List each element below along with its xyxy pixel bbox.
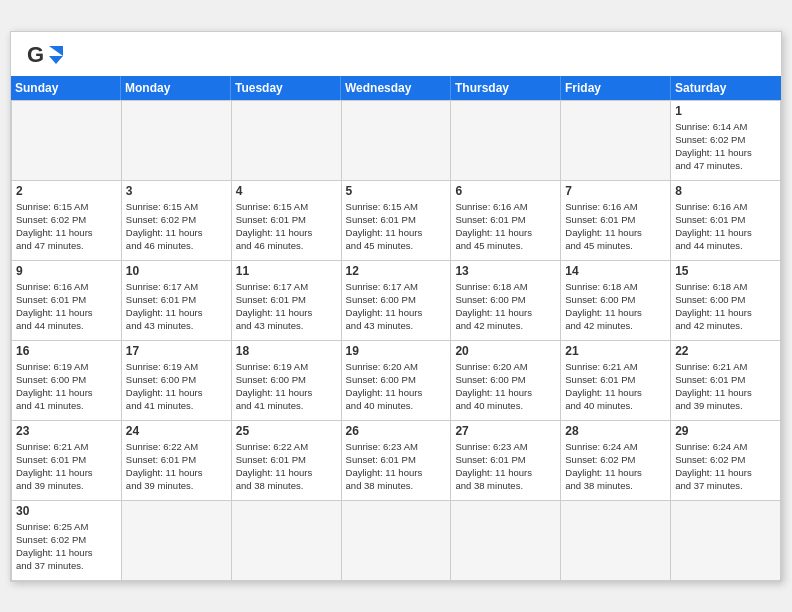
day-number: 27 [455,424,556,438]
empty-cell [12,101,122,181]
day-cell-25: 25Sunrise: 6:22 AM Sunset: 6:01 PM Dayli… [232,421,342,501]
empty-cell [342,101,452,181]
day-number: 3 [126,184,227,198]
day-number: 9 [16,264,117,278]
day-number: 8 [675,184,776,198]
day-cell-21: 21Sunrise: 6:21 AM Sunset: 6:01 PM Dayli… [561,341,671,421]
day-cell-11: 11Sunrise: 6:17 AM Sunset: 6:01 PM Dayli… [232,261,342,341]
day-header-monday: Monday [121,76,231,100]
cell-info: Sunrise: 6:14 AM Sunset: 6:02 PM Dayligh… [675,120,776,173]
day-cell-5: 5Sunrise: 6:15 AM Sunset: 6:01 PM Daylig… [342,181,452,261]
day-number: 1 [675,104,776,118]
day-number: 11 [236,264,337,278]
cell-info: Sunrise: 6:23 AM Sunset: 6:01 PM Dayligh… [455,440,556,493]
empty-cell [122,501,232,581]
cell-info: Sunrise: 6:22 AM Sunset: 6:01 PM Dayligh… [126,440,227,493]
day-cell-19: 19Sunrise: 6:20 AM Sunset: 6:00 PM Dayli… [342,341,452,421]
cell-info: Sunrise: 6:23 AM Sunset: 6:01 PM Dayligh… [346,440,447,493]
day-number: 14 [565,264,666,278]
day-cell-18: 18Sunrise: 6:19 AM Sunset: 6:00 PM Dayli… [232,341,342,421]
svg-marker-1 [49,46,63,56]
cell-info: Sunrise: 6:20 AM Sunset: 6:00 PM Dayligh… [455,360,556,413]
cell-info: Sunrise: 6:19 AM Sunset: 6:00 PM Dayligh… [16,360,117,413]
day-header-friday: Friday [561,76,671,100]
cell-info: Sunrise: 6:18 AM Sunset: 6:00 PM Dayligh… [565,280,666,333]
logo-icon: G [27,42,63,70]
day-number: 26 [346,424,447,438]
cell-info: Sunrise: 6:15 AM Sunset: 6:02 PM Dayligh… [16,200,117,253]
day-cell-6: 6Sunrise: 6:16 AM Sunset: 6:01 PM Daylig… [451,181,561,261]
day-number: 25 [236,424,337,438]
cell-info: Sunrise: 6:22 AM Sunset: 6:01 PM Dayligh… [236,440,337,493]
day-cell-13: 13Sunrise: 6:18 AM Sunset: 6:00 PM Dayli… [451,261,561,341]
calendar-container: G SundayMondayTuesdayWednesdayThursdayFr… [10,31,782,582]
cell-info: Sunrise: 6:18 AM Sunset: 6:00 PM Dayligh… [675,280,776,333]
day-header-saturday: Saturday [671,76,781,100]
empty-cell [232,501,342,581]
day-header-sunday: Sunday [11,76,121,100]
day-cell-8: 8Sunrise: 6:16 AM Sunset: 6:01 PM Daylig… [671,181,781,261]
day-number: 7 [565,184,666,198]
empty-cell [561,101,671,181]
calendar-header: G [11,32,781,76]
day-number: 12 [346,264,447,278]
logo: G [27,42,69,70]
day-number: 21 [565,344,666,358]
calendar-grid: 1Sunrise: 6:14 AM Sunset: 6:02 PM Daylig… [11,100,781,581]
empty-cell [122,101,232,181]
day-cell-14: 14Sunrise: 6:18 AM Sunset: 6:00 PM Dayli… [561,261,671,341]
empty-cell [342,501,452,581]
day-number: 28 [565,424,666,438]
cell-info: Sunrise: 6:15 AM Sunset: 6:01 PM Dayligh… [236,200,337,253]
day-cell-29: 29Sunrise: 6:24 AM Sunset: 6:02 PM Dayli… [671,421,781,501]
day-number: 16 [16,344,117,358]
cell-info: Sunrise: 6:24 AM Sunset: 6:02 PM Dayligh… [675,440,776,493]
day-cell-15: 15Sunrise: 6:18 AM Sunset: 6:00 PM Dayli… [671,261,781,341]
empty-cell [451,501,561,581]
day-headers: SundayMondayTuesdayWednesdayThursdayFrid… [11,76,781,100]
day-cell-28: 28Sunrise: 6:24 AM Sunset: 6:02 PM Dayli… [561,421,671,501]
day-cell-12: 12Sunrise: 6:17 AM Sunset: 6:00 PM Dayli… [342,261,452,341]
day-number: 24 [126,424,227,438]
cell-info: Sunrise: 6:16 AM Sunset: 6:01 PM Dayligh… [675,200,776,253]
empty-cell [561,501,671,581]
day-cell-20: 20Sunrise: 6:20 AM Sunset: 6:00 PM Dayli… [451,341,561,421]
cell-info: Sunrise: 6:24 AM Sunset: 6:02 PM Dayligh… [565,440,666,493]
day-cell-17: 17Sunrise: 6:19 AM Sunset: 6:00 PM Dayli… [122,341,232,421]
day-number: 17 [126,344,227,358]
day-cell-24: 24Sunrise: 6:22 AM Sunset: 6:01 PM Dayli… [122,421,232,501]
day-cell-1: 1Sunrise: 6:14 AM Sunset: 6:02 PM Daylig… [671,101,781,181]
empty-cell [232,101,342,181]
cell-info: Sunrise: 6:17 AM Sunset: 6:00 PM Dayligh… [346,280,447,333]
cell-info: Sunrise: 6:17 AM Sunset: 6:01 PM Dayligh… [236,280,337,333]
day-number: 2 [16,184,117,198]
day-cell-7: 7Sunrise: 6:16 AM Sunset: 6:01 PM Daylig… [561,181,671,261]
cell-info: Sunrise: 6:15 AM Sunset: 6:02 PM Dayligh… [126,200,227,253]
day-cell-3: 3Sunrise: 6:15 AM Sunset: 6:02 PM Daylig… [122,181,232,261]
day-number: 20 [455,344,556,358]
day-number: 29 [675,424,776,438]
cell-info: Sunrise: 6:21 AM Sunset: 6:01 PM Dayligh… [16,440,117,493]
day-number: 18 [236,344,337,358]
empty-cell [451,101,561,181]
day-number: 15 [675,264,776,278]
day-cell-22: 22Sunrise: 6:21 AM Sunset: 6:01 PM Dayli… [671,341,781,421]
day-header-thursday: Thursday [451,76,561,100]
day-number: 30 [16,504,117,518]
cell-info: Sunrise: 6:15 AM Sunset: 6:01 PM Dayligh… [346,200,447,253]
cell-info: Sunrise: 6:21 AM Sunset: 6:01 PM Dayligh… [675,360,776,413]
day-cell-16: 16Sunrise: 6:19 AM Sunset: 6:00 PM Dayli… [12,341,122,421]
day-number: 22 [675,344,776,358]
cell-info: Sunrise: 6:20 AM Sunset: 6:00 PM Dayligh… [346,360,447,413]
day-number: 23 [16,424,117,438]
day-cell-30: 30Sunrise: 6:25 AM Sunset: 6:02 PM Dayli… [12,501,122,581]
cell-info: Sunrise: 6:16 AM Sunset: 6:01 PM Dayligh… [455,200,556,253]
day-cell-4: 4Sunrise: 6:15 AM Sunset: 6:01 PM Daylig… [232,181,342,261]
cell-info: Sunrise: 6:16 AM Sunset: 6:01 PM Dayligh… [16,280,117,333]
day-cell-2: 2Sunrise: 6:15 AM Sunset: 6:02 PM Daylig… [12,181,122,261]
day-number: 6 [455,184,556,198]
cell-info: Sunrise: 6:17 AM Sunset: 6:01 PM Dayligh… [126,280,227,333]
day-header-wednesday: Wednesday [341,76,451,100]
day-cell-10: 10Sunrise: 6:17 AM Sunset: 6:01 PM Dayli… [122,261,232,341]
cell-info: Sunrise: 6:18 AM Sunset: 6:00 PM Dayligh… [455,280,556,333]
